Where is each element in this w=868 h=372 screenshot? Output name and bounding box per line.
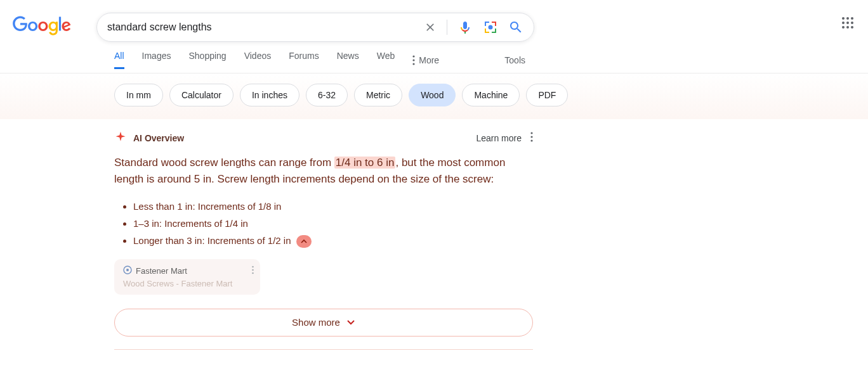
- source-menu-icon[interactable]: [252, 266, 254, 277]
- svg-point-13: [846, 22, 849, 24]
- svg-point-28: [252, 272, 254, 274]
- svg-point-19: [413, 59, 415, 61]
- lens-search-icon[interactable]: [483, 20, 498, 35]
- svg-point-9: [842, 17, 845, 20]
- list-item: 1–3 in: Increments of 1/4 in: [133, 218, 533, 229]
- divider: [447, 20, 447, 35]
- show-more-label: Show more: [292, 317, 340, 328]
- svg-point-25: [126, 269, 129, 271]
- tab-shopping[interactable]: Shopping: [188, 51, 226, 69]
- search-icon[interactable]: [508, 20, 523, 35]
- more-menu[interactable]: More: [412, 55, 439, 65]
- chip-metric[interactable]: Metric: [354, 84, 402, 106]
- ai-summary: Standard wood screw lengths can range fr…: [114, 155, 533, 188]
- clear-icon[interactable]: [424, 21, 437, 34]
- source-card[interactable]: Fastener Mart Wood Screws - Fastener Mar…: [114, 259, 260, 295]
- show-more-button[interactable]: Show more: [114, 309, 533, 337]
- svg-point-10: [846, 17, 849, 20]
- search-box[interactable]: [96, 13, 534, 42]
- svg-point-11: [851, 17, 853, 20]
- source-favicon-icon: [123, 266, 132, 276]
- svg-point-21: [530, 132, 532, 134]
- tab-images[interactable]: Images: [142, 51, 171, 69]
- svg-point-20: [413, 63, 415, 65]
- tab-videos[interactable]: Videos: [244, 51, 272, 69]
- learn-more-link[interactable]: Learn more: [476, 133, 522, 143]
- chip-machine[interactable]: Machine: [462, 84, 520, 106]
- search-input[interactable]: [107, 22, 424, 33]
- tools-button[interactable]: Tools: [504, 55, 525, 65]
- chevron-down-icon: [346, 318, 355, 327]
- svg-point-23: [530, 139, 532, 141]
- google-logo[interactable]: [13, 16, 71, 39]
- chip-in-inches[interactable]: In inches: [240, 84, 299, 106]
- chip-in-mm[interactable]: In mm: [114, 84, 163, 106]
- chip-6-32[interactable]: 6-32: [306, 84, 348, 106]
- svg-point-12: [842, 22, 845, 24]
- svg-rect-7: [495, 29, 496, 33]
- svg-point-22: [530, 136, 532, 138]
- ai-summary-highlight: 1/4 in to 6 in: [334, 157, 396, 169]
- svg-point-15: [842, 26, 845, 29]
- svg-rect-1: [485, 22, 486, 26]
- svg-point-27: [252, 269, 254, 271]
- ai-summary-pre: Standard wood screw lengths can range fr…: [114, 157, 334, 169]
- more-label: More: [419, 55, 439, 65]
- source-title: Wood Screws - Fastener Mart: [123, 279, 251, 288]
- list-item-text: Longer than 3 in: Increments of 1/2 in: [133, 235, 291, 246]
- apps-menu-icon[interactable]: [840, 15, 855, 33]
- filter-chips: In mm Calculator In inches 6-32 Metric W…: [114, 84, 868, 106]
- svg-point-16: [846, 26, 849, 29]
- svg-point-18: [413, 55, 415, 57]
- chip-wood[interactable]: Wood: [409, 84, 456, 106]
- tab-all[interactable]: All: [114, 51, 124, 69]
- sparkle-icon: [114, 131, 127, 146]
- chip-calculator[interactable]: Calculator: [169, 84, 233, 106]
- list-item: Longer than 3 in: Increments of 1/2 in: [133, 235, 533, 248]
- collapse-icon[interactable]: [296, 235, 312, 248]
- source-site: Fastener Mart: [136, 266, 187, 276]
- ai-overview-title: AI Overview: [133, 133, 184, 143]
- tab-news[interactable]: News: [337, 51, 359, 69]
- svg-rect-3: [495, 22, 496, 26]
- svg-point-17: [851, 26, 853, 29]
- overflow-menu-icon[interactable]: [530, 132, 533, 144]
- ai-bullet-list: Less than 1 in: Increments of 1/8 in 1–3…: [133, 201, 533, 248]
- svg-point-14: [851, 22, 853, 24]
- voice-search-icon[interactable]: [457, 20, 473, 35]
- list-item: Less than 1 in: Increments of 1/8 in: [133, 201, 533, 212]
- tab-forums[interactable]: Forums: [289, 51, 319, 69]
- chip-pdf[interactable]: PDF: [526, 84, 568, 106]
- svg-rect-5: [485, 29, 486, 33]
- divider: [114, 349, 533, 350]
- svg-point-8: [489, 25, 493, 30]
- svg-point-26: [252, 266, 254, 267]
- tab-web[interactable]: Web: [377, 51, 395, 69]
